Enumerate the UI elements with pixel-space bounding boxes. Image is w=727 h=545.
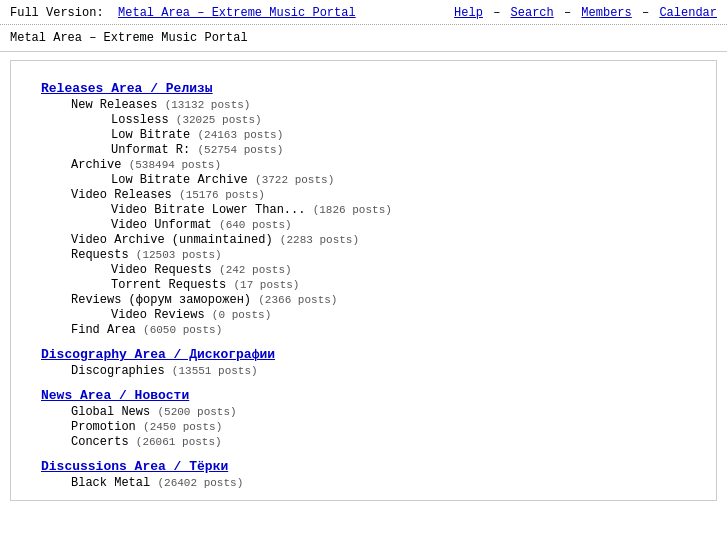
list-item: Video Bitrate Lower Than... (1826 posts) — [111, 203, 696, 217]
top-bar: Full Version: Metal Area – Extreme Music… — [0, 0, 727, 25]
black-metal-link[interactable]: Black Metal — [71, 476, 150, 490]
video-releases-link[interactable]: Video Releases — [71, 188, 172, 202]
section-releases: Releases Area / Релизы New Releases (131… — [41, 81, 696, 337]
video-archive-link[interactable]: Video Archive (unmaintained) — [71, 233, 273, 247]
list-item: Video Archive (unmaintained) (2283 posts… — [71, 233, 696, 247]
list-item: Concerts (26061 posts) — [71, 435, 696, 449]
nav-members[interactable]: Members — [581, 6, 631, 20]
new-releases-link[interactable]: New Releases — [71, 98, 157, 112]
list-item: New Releases (13132 posts) — [71, 98, 696, 112]
section-discussions: Discussions Area / Тёрки Black Metal (26… — [41, 459, 696, 490]
list-item: Torrent Requests (17 posts) — [111, 278, 696, 292]
video-bitrate-lower-link[interactable]: Video Bitrate Lower Than... — [111, 203, 305, 217]
nav-search[interactable]: Search — [511, 6, 554, 20]
section-discussions-link[interactable]: Discussions Area / Тёрки — [41, 459, 228, 474]
list-item: Promotion (2450 posts) — [71, 420, 696, 434]
list-item: Video Reviews (0 posts) — [111, 308, 696, 322]
reviews-link[interactable]: Reviews (форум заморожен) — [71, 293, 251, 307]
section-discography-link[interactable]: Discography Area / Дискографии — [41, 347, 275, 362]
promotion-link[interactable]: Promotion — [71, 420, 136, 434]
section-header-releases: Releases Area / Релизы — [41, 81, 696, 96]
low-bitrate-link[interactable]: Low Bitrate — [111, 128, 190, 142]
site-title-link[interactable]: Metal Area – Extreme Music Portal — [118, 6, 356, 20]
torrent-requests-link[interactable]: Torrent Requests — [111, 278, 226, 292]
list-item: Unformat R: (52754 posts) — [111, 143, 696, 157]
nav-calendar[interactable]: Calendar — [659, 6, 717, 20]
video-unformat-link[interactable]: Video Unformat — [111, 218, 212, 232]
requests-link[interactable]: Requests — [71, 248, 129, 262]
outer-box: Releases Area / Релизы New Releases (131… — [10, 60, 717, 501]
section-header-discography: Discography Area / Дискографии — [41, 347, 696, 362]
nav-site-link[interactable]: Metal Area – Extreme Music Portal — [10, 31, 248, 45]
section-releases-link[interactable]: Releases Area / Релизы — [41, 81, 213, 96]
list-item: Low Bitrate (24163 posts) — [111, 128, 696, 142]
list-item: Black Metal (26402 posts) — [71, 476, 696, 490]
list-item: Lossless (32025 posts) — [111, 113, 696, 127]
low-bitrate-archive-link[interactable]: Low Bitrate Archive — [111, 173, 248, 187]
list-item: Reviews (форум заморожен) (2366 posts) — [71, 293, 696, 307]
concerts-link[interactable]: Concerts — [71, 435, 129, 449]
list-item: Discographies (13551 posts) — [71, 364, 696, 378]
list-item: Requests (12503 posts) — [71, 248, 696, 262]
section-news: News Area / Новости Global News (5200 po… — [41, 388, 696, 449]
find-area-link[interactable]: Find Area — [71, 323, 136, 337]
archive-link[interactable]: Archive — [71, 158, 121, 172]
list-item: Find Area (6050 posts) — [71, 323, 696, 337]
top-nav: Help – Search – Members – Calendar — [454, 6, 717, 20]
lossless-link[interactable]: Lossless — [111, 113, 169, 127]
nav-help[interactable]: Help — [454, 6, 483, 20]
list-item: Video Releases (15176 posts) — [71, 188, 696, 202]
full-version-label: Full Version: — [10, 6, 104, 20]
top-bar-left: Full Version: Metal Area – Extreme Music… — [10, 6, 356, 20]
list-item: Low Bitrate Archive (3722 posts) — [111, 173, 696, 187]
section-header-news: News Area / Новости — [41, 388, 696, 403]
list-item: Video Requests (242 posts) — [111, 263, 696, 277]
video-requests-link[interactable]: Video Requests — [111, 263, 212, 277]
section-discography: Discography Area / Дискографии Discograp… — [41, 347, 696, 378]
nav-bar: Metal Area – Extreme Music Portal — [0, 25, 727, 52]
list-item: Global News (5200 posts) — [71, 405, 696, 419]
discographies-link[interactable]: Discographies — [71, 364, 165, 378]
global-news-link[interactable]: Global News — [71, 405, 150, 419]
list-item: Archive (538494 posts) — [71, 158, 696, 172]
video-reviews-link[interactable]: Video Reviews — [111, 308, 205, 322]
unformat-r-link[interactable]: Unformat R: — [111, 143, 190, 157]
section-header-discussions: Discussions Area / Тёрки — [41, 459, 696, 474]
section-news-link[interactable]: News Area / Новости — [41, 388, 189, 403]
list-item: Video Unformat (640 posts) — [111, 218, 696, 232]
